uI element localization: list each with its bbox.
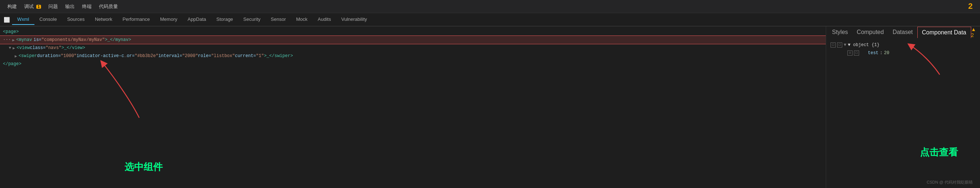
dot-icon-2: □ xyxy=(854,51,859,55)
tab-console[interactable]: Console xyxy=(35,14,62,25)
menu-terminal[interactable]: 终端 xyxy=(78,2,95,11)
right-tab-row: Styles Computed Dataset Component Data ▲… xyxy=(826,26,980,38)
tab-performance[interactable]: Performance xyxy=(118,14,155,25)
test-colon: : xyxy=(880,51,883,55)
left-annotation: 选中组件 xyxy=(124,161,163,173)
expander-mynav[interactable]: ▶ xyxy=(13,38,15,43)
test-key: test xyxy=(868,51,878,55)
code-panel: <page> ··· ▶ <mynav is="components/myNav… xyxy=(0,26,826,188)
menu-bar: 构建 调试 1 问题 输出 终端 代码质量 2 xyxy=(0,0,980,13)
tab-sources[interactable]: Sources xyxy=(62,14,90,25)
object-expand[interactable]: ▼ xyxy=(844,43,846,47)
attribution: CSDN @ 代码对我眨眼睛 xyxy=(927,180,973,185)
checkbox-icon-2: □ xyxy=(837,43,842,47)
tab-wxml[interactable]: Wxml xyxy=(12,14,35,25)
tab-component-data[interactable]: Component Data xyxy=(917,27,971,38)
devtools-tab-bar: ⬜ Wxml Console Sources Network Performan… xyxy=(0,13,980,26)
checkbox-icon-1: □ xyxy=(830,43,836,47)
tab-security[interactable]: Security xyxy=(238,14,266,25)
gear-icon[interactable]: ⚙ xyxy=(977,27,980,37)
right-content: □ □ ▼ ▼ object {1} ∷ □ test : 20 xyxy=(826,38,980,60)
inspector-icon[interactable]: ⬜ xyxy=(2,17,12,23)
menu-code-quality[interactable]: 代码质量 xyxy=(95,2,122,11)
code-line-2[interactable]: ··· ▶ <mynav is="components/myNav/myNav"… xyxy=(0,36,826,44)
code-line-5: </page> xyxy=(0,60,826,68)
tab-audits[interactable]: Audits xyxy=(312,14,336,25)
tab-sensor[interactable]: Sensor xyxy=(266,14,291,25)
code-line-1: <page> xyxy=(0,28,826,36)
tab-memory[interactable]: Memory xyxy=(155,14,183,25)
right-tabs-inner: Styles Computed Dataset Component Data xyxy=(827,27,971,38)
tab-vulnerability[interactable]: Vulnerability xyxy=(336,14,372,25)
right-icons: ▲ 2 ⚙ xyxy=(971,26,980,38)
code-line-4: ▶ <swiper duration="1000" indicator-acti… xyxy=(0,52,826,60)
right-annotation-area: 点击查看 xyxy=(826,60,980,188)
menu-issues[interactable]: 问题 xyxy=(45,2,62,11)
menu-output[interactable]: 输出 xyxy=(62,2,78,11)
warning-icon: ▲ 2 xyxy=(971,26,976,38)
tab-storage[interactable]: Storage xyxy=(212,14,239,25)
code-line-3: ▼ ▶ <view class="navs" >_</view> xyxy=(0,44,826,52)
tab-network[interactable]: Network xyxy=(90,14,118,25)
right-panel: Styles Computed Dataset Component Data ▲… xyxy=(826,26,980,188)
tab-dataset[interactable]: Dataset xyxy=(888,27,917,38)
debug-badge: 1 xyxy=(36,5,41,9)
right-annotation: 点击查看 xyxy=(920,146,958,159)
menu-debug[interactable]: 调试 1 xyxy=(21,2,45,11)
object-label: ▼ object {1} xyxy=(848,43,879,47)
menu-build[interactable]: 构建 xyxy=(4,2,21,11)
tab-computed[interactable]: Computed xyxy=(853,27,888,38)
object-root-line: □ □ ▼ ▼ object {1} xyxy=(829,41,977,49)
tab-mock[interactable]: Mock xyxy=(291,14,312,25)
object-test-line: ∷ □ test : 20 xyxy=(829,49,977,57)
dot-icon-1: ∷ xyxy=(847,51,853,55)
tab-styles[interactable]: Styles xyxy=(827,27,853,38)
tab-appdata[interactable]: AppData xyxy=(183,14,212,25)
corner-number: 2 xyxy=(968,2,973,11)
test-value: 20 xyxy=(884,51,889,55)
main-content: <page> ··· ▶ <mynav is="components/myNav… xyxy=(0,26,980,188)
